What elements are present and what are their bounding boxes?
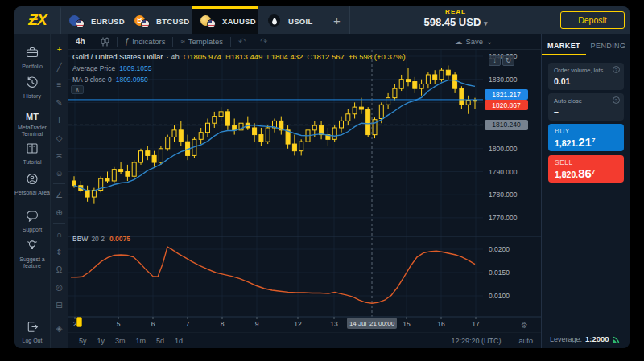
prediction-tool-icon[interactable]: ≍ — [50, 146, 68, 164]
sidebar-item-label: Tutorial — [14, 159, 50, 166]
save-layout-button[interactable]: ☁Save⌄ — [455, 37, 493, 46]
leverage-footer: Leverage:1:2000 — [542, 334, 630, 344]
sidebar-item-personal-area[interactable]: Personal Area — [14, 173, 50, 196]
buy-button[interactable]: BUY 1,821.217 — [548, 124, 624, 151]
brush-tool-icon[interactable]: ✎ — [50, 93, 68, 111]
undo-icon: ↶ — [238, 36, 246, 47]
drawing-anchor-marker[interactable] — [76, 317, 82, 327]
drawing-toolbar: ＋╱≡✎T◇≍☺∠⊕∩⇕Ω◎⊟◈ — [50, 34, 68, 348]
sidebar-item-label: Personal Area — [14, 190, 50, 196]
sell-button[interactable]: SELL 1,820.867 — [548, 155, 624, 183]
help-icon[interactable]: ? — [613, 96, 620, 104]
scroll-to-latest-button[interactable]: ↓ — [489, 55, 501, 66]
tab-btcusd[interactable]: BBTCUSD — [126, 6, 192, 34]
svg-text:1821.217: 1821.217 — [492, 91, 521, 99]
sell-price-tag: 1820.867 — [485, 100, 528, 110]
app-stage: ƵX EURUSDBBTCUSDXAUUSDUSOIL+ REAL 598.45… — [0, 0, 644, 361]
indicators-button[interactable]: ƒIndicators — [118, 34, 173, 50]
svg-text:1800.000: 1800.000 — [489, 145, 518, 153]
order-type-tabs: MARKETPENDING — [542, 42, 630, 55]
sidebar: PortfolioHistoryMTMetaTrader TerminalTut… — [14, 34, 50, 348]
auto-timezone-toggle[interactable]: auto — [518, 337, 533, 345]
svg-text:15: 15 — [402, 320, 411, 328]
sidebar-item-metatrader-terminal[interactable]: MTMetaTrader Terminal — [14, 109, 50, 138]
order-tab-pending[interactable]: PENDING — [586, 42, 630, 55]
svg-text:0.0100: 0.0100 — [489, 292, 510, 300]
zoom-in-tool-icon[interactable]: ⊕ — [50, 203, 68, 221]
magnet-tool-icon[interactable]: ∩ — [50, 225, 68, 243]
range-5d-button[interactable]: 5d — [156, 337, 164, 345]
sidebar-item-suggest-a-feature[interactable]: Suggest a feature — [14, 240, 50, 270]
svg-text:12: 12 — [294, 320, 302, 328]
shapes-tool-icon[interactable]: ◈ — [50, 319, 68, 337]
tab-label: EURUSD — [91, 17, 125, 26]
range-buttons: 5y1y3m1m5d1d — [68, 337, 183, 345]
axis-settings-gear-icon[interactable]: ⚙ — [521, 321, 528, 330]
svg-text:1810.240: 1810.240 — [492, 121, 521, 129]
connection-signal-icon — [612, 334, 622, 344]
buy-price-tag: 1821.217 — [485, 89, 528, 100]
crosshair-tool-icon[interactable]: ＋ — [50, 40, 68, 58]
sidebar-item-support[interactable]: Support — [14, 210, 50, 233]
order-tab-market[interactable]: MARKET — [542, 42, 586, 55]
chevron-down-icon: ▾ — [484, 19, 488, 27]
sidebar-item-portfolio[interactable]: Portfolio — [14, 47, 50, 70]
range-1d-button[interactable]: 1d — [175, 337, 183, 345]
cloud-icon: ☁ — [455, 37, 463, 46]
svg-text:8: 8 — [221, 320, 225, 328]
mt-badge: MT — [26, 112, 39, 121]
candle-style-button[interactable] — [93, 34, 117, 50]
add-instrument-button[interactable]: + — [324, 6, 350, 34]
crosshair-date-tooltip: 14 Jul '21 00:00 — [347, 318, 397, 329]
timeframe-button[interactable]: 4h — [68, 34, 93, 50]
sidebar-item-log-out[interactable]: Log Out — [14, 321, 50, 344]
briefcase-icon — [26, 47, 39, 61]
sidebar-item-tutorial[interactable]: Tutorial — [14, 142, 50, 166]
order-volume-field[interactable]: Order volume, lots 0.01 ? — [548, 63, 624, 90]
auto-close-field[interactable]: Auto close – ? — [548, 93, 624, 121]
account-balance: 598.45 USD ▾ — [417, 16, 494, 28]
reset-zoom-button[interactable]: ↻ — [502, 55, 514, 66]
svg-text:0.0200: 0.0200 — [489, 245, 510, 253]
hide-all-tool-icon[interactable]: ◎ — [50, 278, 68, 296]
time-axis[interactable]: 2567891213151617 — [73, 317, 480, 328]
xabcd-pattern-tool-icon[interactable]: ◇ — [50, 129, 68, 146]
range-3m-button[interactable]: 3m — [115, 337, 126, 345]
trend-line-tool-icon[interactable]: ╱ — [50, 58, 68, 76]
svg-text:1820.867: 1820.867 — [492, 101, 521, 109]
tab-eurusd[interactable]: EURUSD — [60, 6, 126, 34]
measure-tool-icon[interactable]: ∠ — [50, 186, 68, 203]
sidebar-item-label: History — [14, 93, 50, 100]
candlesticks — [72, 65, 477, 203]
range-1y-button[interactable]: 1y — [97, 337, 105, 345]
fib-retracement-tool-icon[interactable]: ≡ — [50, 76, 68, 93]
emoji-tool-icon[interactable]: ☺ — [50, 164, 68, 182]
help-icon[interactable]: ? — [613, 66, 620, 73]
templates-button[interactable]: ≈Templates — [173, 34, 230, 50]
sidebar-item-label: Support — [14, 227, 50, 233]
chart-bottom-bar: 5y1y3m1m5d1d 12:29:20 (UTC) auto — [68, 332, 541, 348]
lock-all-tool-icon[interactable]: Ω — [50, 260, 68, 278]
deposit-button[interactable]: Deposit — [560, 11, 625, 29]
price-chart[interactable]: 1840.0001830.0001800.0001790.0001780.000… — [68, 50, 541, 331]
svg-text:1790.000: 1790.000 — [489, 168, 518, 176]
price-range-tool-icon[interactable]: ⇕ — [50, 243, 68, 260]
remove-all-tool-icon[interactable]: ⊟ — [50, 296, 68, 314]
account-switcher[interactable]: REAL 598.45 USD ▾ — [417, 8, 494, 28]
svg-text:6: 6 — [151, 320, 155, 328]
sidebar-item-history[interactable]: History — [14, 76, 50, 100]
tab-usoil[interactable]: USOIL — [258, 6, 324, 34]
range-1m-button[interactable]: 1m — [136, 337, 147, 345]
chart-area: 4h ƒIndicators ≈Templates ↶ ↷ ☁Save⌄ 184… — [68, 34, 541, 348]
redo-button[interactable]: ↷ — [253, 34, 275, 50]
book-icon — [26, 143, 39, 157]
order-panel: MARKETPENDING Order volume, lots 0.01 ? … — [541, 34, 630, 348]
tab-xauusd[interactable]: XAUUSD — [192, 6, 258, 34]
toolbar-divider — [53, 223, 65, 224]
candles-icon — [101, 37, 109, 47]
terminal-window: ƵX EURUSDBBTCUSDXAUUSDUSOIL+ REAL 598.45… — [14, 6, 630, 348]
legend-collapse-button[interactable]: ∧ — [71, 85, 84, 94]
range-5y-button[interactable]: 5y — [79, 337, 87, 345]
text-tool-icon[interactable]: T — [50, 111, 68, 129]
undo-button[interactable]: ↶ — [231, 34, 253, 50]
